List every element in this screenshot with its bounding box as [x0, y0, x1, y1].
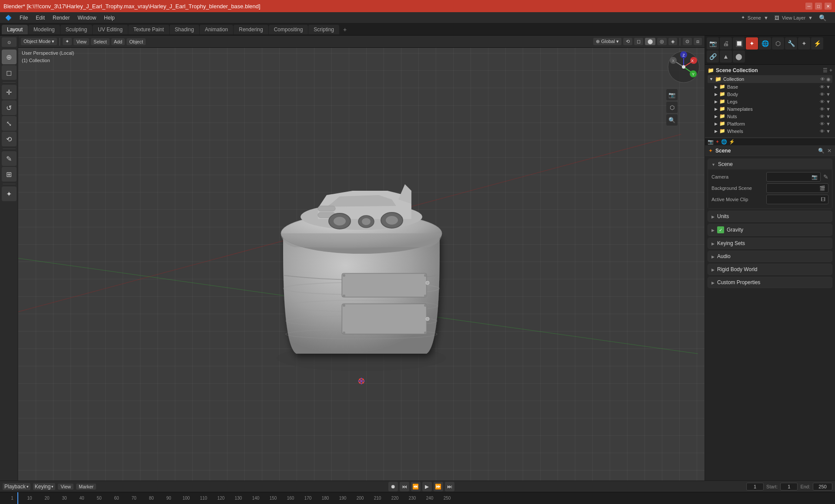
transform-tool[interactable]: ⟲: [2, 132, 17, 146]
prop-object-icon[interactable]: ⬡: [772, 37, 784, 50]
viewport-shading-mat[interactable]: ◎: [657, 38, 667, 45]
tab-rendering[interactable]: Rendering: [234, 25, 268, 34]
viewport-overlay-btn[interactable]: Object: [127, 38, 146, 45]
tab-uv-editing[interactable]: UV Editing: [93, 25, 128, 34]
background-scene-icon[interactable]: 🎬: [819, 186, 825, 191]
playback-dropdown[interactable]: Playback ▾: [3, 483, 30, 490]
keying-dropdown[interactable]: Keying ▾: [33, 483, 56, 490]
tab-compositing[interactable]: Compositing: [269, 25, 308, 34]
scale-tool[interactable]: ⤡: [2, 116, 17, 131]
prop-modifier-icon[interactable]: 🔧: [785, 37, 797, 50]
camera-value[interactable]: 📷: [766, 172, 821, 182]
viewport-overlay-toggle[interactable]: ⊙: [683, 38, 692, 45]
viewport-mode-btn[interactable]: Object Mode ▾: [21, 38, 57, 45]
background-scene-value[interactable]: 🎬: [766, 183, 828, 193]
next-frame-btn[interactable]: ⏩: [434, 482, 443, 491]
view-btn[interactable]: View: [58, 484, 73, 490]
add-tool[interactable]: ✦: [2, 186, 17, 201]
perspective-toggle-btn[interactable]: ⬡: [666, 102, 678, 113]
prev-frame-btn[interactable]: ⏪: [411, 482, 421, 491]
scene-section-header[interactable]: Scene: [708, 159, 832, 169]
active-clip-icon[interactable]: 🎞: [821, 197, 825, 202]
custom-props-header[interactable]: Custom Properties: [708, 277, 832, 288]
viewport-global-btn[interactable]: ⊕ Global ▾: [593, 38, 621, 45]
collection-root[interactable]: ▼ 📁 Collection 👁 ◉: [708, 75, 832, 83]
menu-window[interactable]: Window: [74, 14, 100, 22]
start-frame-input[interactable]: 1: [780, 483, 798, 491]
viewport-shading-solid[interactable]: ⬤: [645, 38, 655, 45]
annotate-tool[interactable]: ✎: [2, 151, 17, 166]
sc-item-wheels[interactable]: ▶ 📁 Wheels 👁 ▼: [708, 127, 832, 135]
sc-item-nameplates[interactable]: ▶ 📁 Nameplates 👁 ▼: [708, 105, 832, 113]
view-layer-dropdown2[interactable]: ▼: [808, 15, 813, 20]
cursor-tool[interactable]: ⊕: [2, 50, 17, 64]
axis-gizmo[interactable]: X X Y Z: [666, 50, 701, 84]
viewport-transform-btn[interactable]: ⟲: [623, 38, 632, 45]
sc-sel-icon[interactable]: ▼: [826, 106, 831, 112]
minimize-button[interactable]: ─: [805, 3, 812, 10]
sc-eye-icon[interactable]: 👁: [820, 106, 825, 112]
record-btn[interactable]: ⏺: [388, 482, 398, 491]
prop-view-layer-icon[interactable]: 🔲: [733, 37, 745, 50]
sc-sel-icon[interactable]: ▼: [826, 84, 831, 90]
prop-world-icon[interactable]: 🌐: [759, 37, 771, 50]
tab-texture-paint[interactable]: Texture Paint: [128, 25, 169, 34]
search-btn[interactable]: 🔍: [815, 13, 830, 22]
prop-constraints-icon[interactable]: 🔗: [707, 50, 719, 63]
tab-modeling[interactable]: Modeling: [28, 25, 60, 34]
maximize-button[interactable]: □: [815, 3, 822, 10]
sc-item-body[interactable]: ▶ 📁 Body 👁 ▼: [708, 90, 832, 98]
sc-item-base[interactable]: ▶ 📁 Base 👁 ▼: [708, 83, 832, 90]
select-box-tool[interactable]: ◻: [2, 65, 17, 80]
tab-scripting[interactable]: Scripting: [308, 25, 339, 34]
prop-render-icon[interactable]: 📷: [707, 37, 719, 50]
sc-eye-icon[interactable]: 👁: [820, 84, 825, 90]
current-frame-input[interactable]: 1: [746, 483, 764, 491]
sc-sel-icon[interactable]: ▼: [826, 121, 831, 126]
tab-layout[interactable]: Layout: [2, 25, 28, 34]
end-frame-input[interactable]: 250: [813, 483, 832, 491]
view-layer-dropdown[interactable]: ▼: [764, 15, 768, 20]
filter-icon[interactable]: ☰: [823, 67, 828, 73]
sc-eye-icon[interactable]: 👁: [820, 121, 825, 126]
camera-pick-icon[interactable]: 📷: [812, 174, 818, 180]
gravity-enabled-checkbox[interactable]: ✓: [717, 226, 724, 233]
jump-start-btn[interactable]: ⏮: [400, 482, 409, 491]
rotate-tool[interactable]: ↺: [2, 100, 17, 115]
prop-scene-icon[interactable]: ✦: [746, 37, 758, 50]
world-props-icon[interactable]: 🌐: [721, 139, 727, 145]
menu-help[interactable]: Help: [100, 14, 118, 22]
viewport-add-btn[interactable]: Select: [91, 38, 110, 45]
add-workspace-button[interactable]: +: [340, 24, 350, 35]
sc-sel-icon[interactable]: ▼: [826, 99, 831, 104]
move-tool[interactable]: ✛: [2, 85, 17, 99]
sc-item-nuts[interactable]: ▶ 📁 Nuts 👁 ▼: [708, 113, 832, 120]
phys-props-icon[interactable]: ⚡: [729, 139, 735, 145]
viewport-mode-selector[interactable]: ⊙: [2, 37, 17, 47]
play-btn[interactable]: ▶: [422, 482, 432, 491]
menu-file[interactable]: File: [16, 14, 31, 22]
prop-output-icon[interactable]: 🖨: [720, 37, 732, 50]
audio-section-header[interactable]: Audio: [708, 251, 832, 262]
marker-btn[interactable]: Marker: [76, 484, 96, 490]
gravity-section-header[interactable]: ✓ Gravity: [708, 224, 832, 235]
scene-close-icon[interactable]: ✕: [827, 148, 832, 154]
collection-sel-icon[interactable]: ◉: [826, 76, 831, 82]
local-view-btn[interactable]: 🔍: [666, 114, 678, 126]
camera-view-btn[interactable]: 📷: [666, 89, 678, 100]
sc-eye-icon[interactable]: 👁: [820, 92, 825, 97]
add-collection-icon[interactable]: +: [829, 67, 832, 73]
collection-vis-icon[interactable]: 👁: [820, 76, 825, 82]
keying-sets-header[interactable]: Keying Sets: [708, 238, 832, 249]
tab-shading[interactable]: Shading: [170, 25, 199, 34]
render-props-icon[interactable]: 📷: [708, 139, 714, 145]
viewport-shading-render[interactable]: ◈: [668, 38, 677, 45]
sc-eye-icon[interactable]: 👁: [820, 129, 825, 134]
viewport-select-btn[interactable]: View: [73, 38, 89, 45]
viewport[interactable]: Object Mode ▾ ✦ View Select Add Object ⊕…: [18, 36, 705, 481]
viewport-view-btn[interactable]: ✦: [63, 38, 72, 45]
sc-item-legs[interactable]: ▶ 📁 Legs 👁 ▼: [708, 98, 832, 105]
jump-end-btn[interactable]: ⏭: [445, 482, 454, 491]
scene-props-icon-active[interactable]: ✦: [715, 139, 719, 145]
prop-material-icon[interactable]: ⬤: [733, 50, 745, 63]
